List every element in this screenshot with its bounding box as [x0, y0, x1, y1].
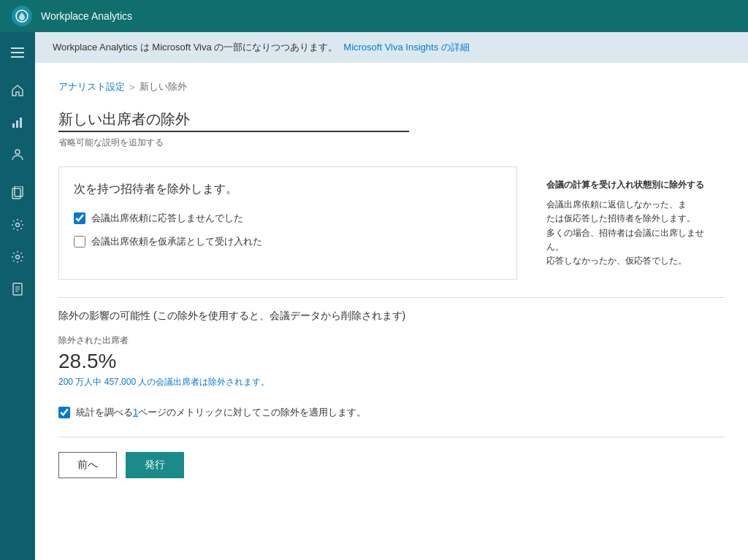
- svg-rect-9: [12, 188, 20, 199]
- top-navigation: Workplace Analytics: [0, 0, 748, 32]
- content-area: Workplace Analytics は Microsoft Viva の一部…: [35, 32, 748, 560]
- apply-checkbox[interactable]: [58, 407, 70, 418]
- svg-rect-1: [11, 47, 24, 49]
- apply-checkbox-row: 統計を調べる1ページのメトリックに対してこの除外を適用します。: [58, 406, 725, 419]
- divider1: [58, 297, 725, 298]
- tentative-checkbox[interactable]: [74, 236, 85, 248]
- apply-label: 統計を調べる1ページのメトリックに対してこの除外を適用します。: [76, 406, 366, 419]
- impact-description: 200 万人中 457,000 人の会議出席者は除外されます。: [58, 376, 725, 388]
- no-response-label: 会議出席依頼に応答しませんでした: [91, 212, 243, 225]
- sidebar-person-icon[interactable]: [3, 140, 32, 169]
- exclusion-title-input[interactable]: [58, 108, 409, 132]
- side-info-heading: 会議の計算を受け入れ状態別に除外する: [546, 178, 713, 192]
- bottom-divider: [58, 437, 725, 437]
- impact-percentage: 28.5%: [58, 350, 725, 373]
- breadcrumb-separator: >: [129, 82, 135, 93]
- impact-section: 除外の影響の可能性 (この除外を使用すると、会議データから削除されます) 除外さ…: [58, 310, 725, 388]
- svg-rect-2: [11, 52, 24, 53]
- impact-desc-post: 人の会議出席者は除外されます。: [136, 377, 270, 387]
- apply-label-post: ページのメトリックに対してこの除外を適用します。: [138, 407, 366, 418]
- svg-point-7: [15, 150, 20, 154]
- side-info-body: 会議出席依頼に返信しなかった、または仮応答した招待者を除外します。多くの場合、招…: [546, 198, 713, 268]
- form-title-section: 省略可能な説明を追加する: [58, 108, 725, 149]
- svg-rect-6: [20, 118, 22, 128]
- page-content: アナリスト設定 > 新しい除外 省略可能な説明を追加する 次を持つ招待者を除外し…: [35, 63, 748, 560]
- svg-point-10: [16, 223, 20, 227]
- banner-text: Workplace Analytics は Microsoft Viva の一部…: [53, 41, 337, 54]
- svg-rect-4: [12, 123, 15, 128]
- sidebar: [0, 32, 35, 560]
- back-button[interactable]: 前へ: [58, 452, 117, 478]
- side-info-panel: 会議の計算を受け入れ状態別に除外する 会議出席依頼に返信しなかった、または仮応答…: [535, 166, 725, 280]
- publish-button[interactable]: 発行: [126, 452, 184, 478]
- exclusion-heading: 次を持つ招待者を除外します。: [74, 182, 502, 197]
- tentative-label: 会議出席依頼を仮承諾として受け入れた: [91, 235, 262, 248]
- svg-rect-3: [11, 56, 24, 58]
- breadcrumb: アナリスト設定 > 新しい除外: [58, 80, 725, 93]
- info-banner: Workplace Analytics は Microsoft Viva の一部…: [35, 32, 748, 63]
- form-subtitle: 省略可能な説明を追加する: [58, 137, 725, 149]
- impact-stat-label: 除外された出席者: [58, 334, 725, 347]
- sidebar-settings-icon[interactable]: [3, 210, 32, 239]
- svg-rect-5: [16, 120, 18, 128]
- sidebar-chart-icon[interactable]: [3, 108, 32, 137]
- no-response-checkbox[interactable]: [74, 212, 85, 224]
- svg-point-11: [16, 256, 20, 259]
- app-title: Workplace Analytics: [41, 10, 132, 22]
- checkbox-tentative-row: 会議出席依頼を仮承諾として受け入れた: [74, 235, 502, 248]
- sidebar-menu-icon[interactable]: [3, 38, 32, 67]
- sidebar-copy-icon[interactable]: [3, 178, 32, 207]
- breadcrumb-current: 新しい除外: [140, 80, 187, 93]
- impact-desc-highlight: 457,000: [104, 377, 136, 387]
- apply-label-pre: 統計を調べる: [76, 407, 133, 418]
- impact-title: 除外の影響の可能性 (この除外を使用すると、会議データから削除されます): [58, 310, 725, 323]
- sidebar-settings2-icon[interactable]: [3, 242, 32, 272]
- action-buttons: 前へ 発行: [58, 452, 725, 478]
- breadcrumb-analyst-settings[interactable]: アナリスト設定: [58, 80, 125, 93]
- impact-desc-pre: 200 万人中: [58, 377, 104, 387]
- two-column-section: 次を持つ招待者を除外します。 会議出席依頼に応答しませんでした 会議出席依頼を仮…: [58, 166, 725, 280]
- app-logo: [12, 6, 32, 26]
- svg-rect-8: [15, 186, 23, 196]
- sidebar-report-icon[interactable]: [3, 275, 32, 304]
- checkbox-no-response-row: 会議出席依頼に応答しませんでした: [74, 212, 502, 225]
- sidebar-home-icon[interactable]: [3, 76, 32, 105]
- exclusion-options-box: 次を持つ招待者を除外します。 会議出席依頼に応答しませんでした 会議出席依頼を仮…: [58, 166, 517, 280]
- banner-link[interactable]: Microsoft Viva Insights の詳細: [343, 41, 469, 54]
